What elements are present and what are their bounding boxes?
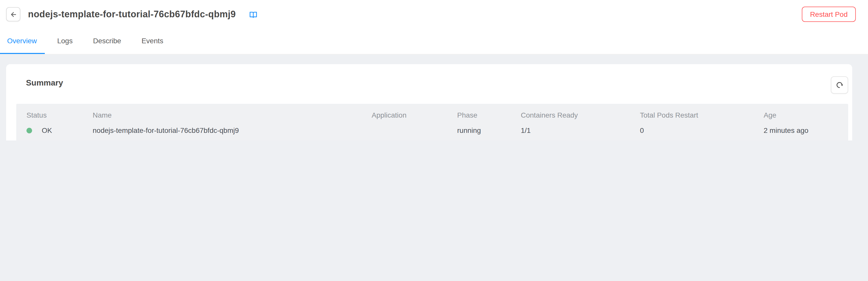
tab-events[interactable]: Events: [133, 29, 172, 54]
back-button[interactable]: [6, 7, 20, 21]
pod-age-value: 2 minutes ago: [764, 126, 848, 134]
pod-containers-ready-value: 1/1: [521, 126, 640, 134]
tab-overview[interactable]: Overview: [0, 29, 45, 54]
pod-phase-value: running: [457, 126, 521, 134]
pod-status-label: OK: [42, 126, 52, 134]
tab-bar: Overview Logs Describe Events: [0, 29, 868, 54]
tab-describe[interactable]: Describe: [85, 29, 129, 54]
pod-status-cell: OK: [27, 126, 93, 134]
reload-icon: [835, 81, 843, 89]
pod-info-header-row: Status Name Application Phase Containers…: [27, 111, 848, 119]
pod-detail-page: nodejs-template-for-tutorial-76cb67bfdc-…: [0, 0, 868, 140]
col-name: Name: [93, 111, 372, 119]
col-application: Application: [372, 111, 457, 119]
pod-info-value-row: OK nodejs-template-for-tutorial-76cb67bf…: [27, 126, 848, 134]
pod-name-value: nodejs-template-for-tutorial-76cb67bfdc-…: [93, 126, 372, 134]
col-total-pods-restart: Total Pods Restart: [640, 111, 764, 119]
summary-title: Summary: [16, 79, 63, 88]
pod-summary-table: Status Name Application Phase Containers…: [16, 104, 848, 140]
restart-pod-button[interactable]: Restart Pod: [802, 7, 856, 22]
summary-card: Summary Status Name Application Phase: [6, 64, 852, 140]
refresh-button[interactable]: [831, 76, 848, 94]
tab-logs[interactable]: Logs: [49, 29, 81, 54]
col-phase: Phase: [457, 111, 521, 119]
page-body: Summary Status Name Application Phase: [0, 55, 868, 140]
page-header: nodejs-template-for-tutorial-76cb67bfdc-…: [0, 0, 868, 55]
left-arrow-icon: [9, 10, 17, 18]
docs-book-icon[interactable]: [249, 10, 257, 19]
col-age: Age: [764, 111, 848, 119]
col-containers-ready: Containers Ready: [521, 111, 640, 119]
col-status: Status: [27, 111, 93, 119]
page-title: nodejs-template-for-tutorial-76cb67bfdc-…: [28, 9, 236, 20]
title-bar: nodejs-template-for-tutorial-76cb67bfdc-…: [0, 0, 868, 29]
status-ok-dot-icon: [27, 127, 32, 133]
pod-restart-count-value: 0: [640, 126, 764, 134]
summary-card-header: Summary: [16, 76, 848, 93]
pod-info-band: Status Name Application Phase Containers…: [17, 104, 848, 140]
